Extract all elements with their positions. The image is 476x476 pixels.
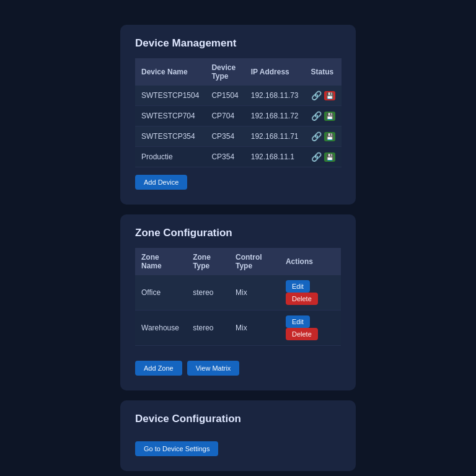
save-icon: 💾 bbox=[324, 112, 335, 121]
device-type-cell: CP704 bbox=[205, 106, 244, 126]
device-type-cell: CP354 bbox=[205, 126, 244, 147]
device-name-cell: SWTESTCP354 bbox=[135, 126, 205, 147]
col-control-type: Control Type bbox=[229, 248, 280, 275]
device-status-cell: 🔗 💾 bbox=[305, 86, 342, 106]
link-icon: 🔗 bbox=[311, 131, 322, 141]
zone-type-cell: stereo bbox=[187, 311, 229, 346]
col-device-name: Device Name bbox=[135, 58, 205, 86]
zone-name-cell: Office bbox=[135, 275, 187, 311]
zone-actions-cell: Edit Delete bbox=[280, 275, 341, 311]
table-row: Warehouse stereo Mix Edit Delete bbox=[135, 311, 341, 346]
add-device-button[interactable]: Add Device bbox=[135, 175, 187, 190]
col-device-type: Device Type bbox=[205, 58, 244, 86]
device-name-cell: SWTESTCP1504 bbox=[135, 86, 205, 106]
device-ip-cell: 192.168.11.71 bbox=[245, 126, 305, 147]
device-management-panel: Device Management Device Name Device Typ… bbox=[120, 25, 356, 205]
zone-action-buttons: Add Zone View Matrix bbox=[135, 353, 341, 376]
link-icon: 🔗 bbox=[311, 90, 322, 100]
add-zone-button[interactable]: Add Zone bbox=[135, 361, 182, 376]
view-matrix-button[interactable]: View Matrix bbox=[187, 361, 240, 376]
device-name-cell: SWTESTCP704 bbox=[135, 106, 205, 126]
col-zone-name: Zone Name bbox=[135, 248, 187, 275]
device-ip-cell: 192.168.11.73 bbox=[245, 86, 305, 106]
table-row: SWTESTCP354 CP354 192.168.11.71 🔗 💾 bbox=[135, 126, 342, 147]
zone-configuration-title: Zone Configuration bbox=[135, 227, 341, 239]
device-name-cell: Productie bbox=[135, 147, 205, 167]
zone-configuration-panel: Zone Configuration Zone Name Zone Type C… bbox=[120, 214, 356, 390]
delete-zone-button[interactable]: Delete bbox=[286, 293, 318, 305]
col-status: Status bbox=[305, 58, 342, 86]
col-actions: Actions bbox=[280, 248, 341, 275]
zone-configuration-header-row: Zone Name Zone Type Control Type Actions bbox=[135, 248, 341, 275]
device-configuration-title: Device Configuration bbox=[135, 413, 341, 425]
zone-actions-cell: Edit Delete bbox=[280, 311, 341, 346]
save-icon: 💾 bbox=[324, 152, 335, 162]
zone-control-type-cell: Mix bbox=[229, 275, 280, 311]
save-icon: 💾 bbox=[324, 91, 335, 100]
link-icon: 🔗 bbox=[311, 111, 322, 121]
table-row: Office stereo Mix Edit Delete bbox=[135, 275, 341, 311]
edit-zone-button[interactable]: Edit bbox=[286, 315, 310, 328]
zone-configuration-table: Zone Name Zone Type Control Type Actions… bbox=[135, 248, 341, 346]
table-row: SWTESTCP1504 CP1504 192.168.11.73 🔗 💾 bbox=[135, 86, 342, 106]
device-configuration-panel: Device Configuration Go to Device Settin… bbox=[120, 400, 356, 471]
device-type-cell: CP1504 bbox=[205, 86, 244, 106]
table-row: Productie CP354 192.168.11.1 🔗 💾 bbox=[135, 147, 342, 167]
device-management-table: Device Name Device Type IP Address Statu… bbox=[135, 58, 342, 167]
go-to-device-settings-button[interactable]: Go to Device Settings bbox=[135, 441, 218, 456]
zone-name-cell: Warehouse bbox=[135, 311, 187, 346]
link-icon: 🔗 bbox=[311, 152, 322, 162]
device-ip-cell: 192.168.11.72 bbox=[245, 106, 305, 126]
save-icon: 💾 bbox=[324, 132, 335, 141]
device-status-cell: 🔗 💾 bbox=[305, 147, 342, 167]
delete-zone-button[interactable]: Delete bbox=[286, 328, 318, 340]
edit-zone-button[interactable]: Edit bbox=[286, 280, 310, 293]
col-zone-type: Zone Type bbox=[187, 248, 229, 275]
device-status-cell: 🔗 💾 bbox=[305, 126, 342, 147]
zone-type-cell: stereo bbox=[187, 275, 229, 311]
col-ip-address: IP Address bbox=[245, 58, 305, 86]
device-management-header-row: Device Name Device Type IP Address Statu… bbox=[135, 58, 342, 86]
device-management-title: Device Management bbox=[135, 37, 341, 50]
device-status-cell: 🔗 💾 bbox=[305, 106, 342, 126]
zone-control-type-cell: Mix bbox=[229, 311, 280, 346]
device-type-cell: CP354 bbox=[205, 147, 244, 167]
table-row: SWTESTCP704 CP704 192.168.11.72 🔗 💾 bbox=[135, 106, 342, 126]
device-ip-cell: 192.168.11.1 bbox=[245, 147, 305, 167]
